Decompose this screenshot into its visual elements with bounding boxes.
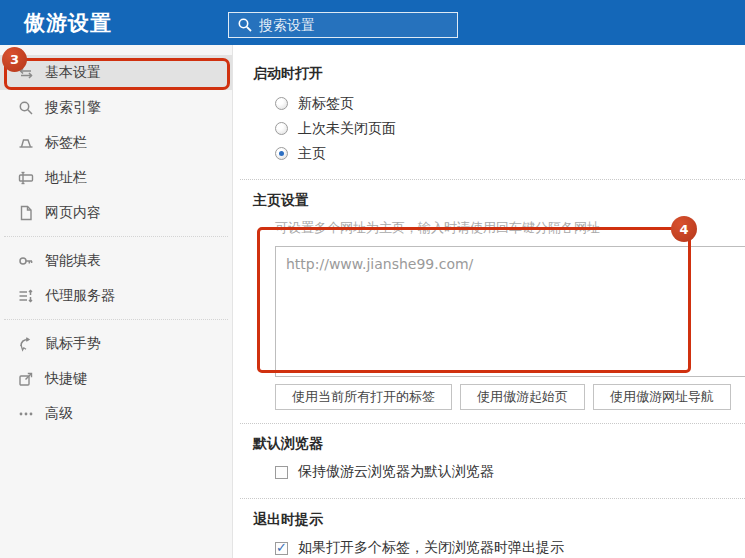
radio-label: 新标签页 [298,95,354,113]
header: 傲游设置 [0,0,745,45]
radio-option-new-tab[interactable]: 新标签页 [275,91,745,116]
homepage-buttons: 使用当前所有打开的标签 使用傲游起始页 使用傲游网址导航 [275,384,745,410]
exit-prompt-heading: 退出时提示 [253,511,745,529]
sidebar-item-label: 地址栏 [45,169,87,187]
checkbox-label: 保持傲游云浏览器为默认浏览器 [298,463,494,481]
use-maxthon-navigation-button[interactable]: 使用傲游网址导航 [593,384,731,410]
hotkey-icon [18,371,34,387]
sidebar-item-address-bar[interactable]: 地址栏 [0,160,232,195]
sidebar-item-label: 代理服务器 [45,287,115,305]
settings-search-input[interactable] [259,17,449,33]
ellipsis-icon [18,406,34,422]
sidebar-divider [4,236,228,237]
homepage-section-heading: 主页设置 [253,192,745,210]
startup-section-heading: 启动时打开 [253,65,745,83]
key-icon [18,253,34,269]
tune-arrows-icon [18,65,34,81]
sidebar-divider [4,319,228,320]
mouse-gesture-icon [18,336,34,352]
radio-icon[interactable] [275,97,288,110]
homepage-hint: 可设置多个网址为主页，输入时请使用回车键分隔各网址 [275,219,745,237]
radio-option-homepage[interactable]: 主页 [275,141,745,166]
sidebar-item-label: 网页内容 [45,204,101,222]
exit-prompt-checkbox-row[interactable]: 如果打开多个标签，关闭浏览器时弹出提示 [275,538,745,558]
startup-options: 新标签页 上次未关闭页面 主页 [234,91,745,166]
sidebar-item-label: 快捷键 [45,370,87,388]
sidebar-item-web-content[interactable]: 网页内容 [0,195,232,230]
sidebar-item-label: 基本设置 [45,64,101,82]
section-divider [240,423,745,424]
sidebar-item-shortcuts[interactable]: 快捷键 [0,361,232,396]
sidebar-item-proxy-server[interactable]: 代理服务器 [0,278,232,313]
proxy-list-icon [18,288,34,304]
main-content: 启动时打开 新标签页 上次未关闭页面 主页 主页设置 可设置多个网址为主页，输入… [234,45,745,558]
default-browser-heading: 默认浏览器 [253,435,745,453]
radio-option-last-session[interactable]: 上次未关闭页面 [275,116,745,141]
section-divider [240,498,745,499]
sidebar-item-label: 标签栏 [45,134,87,152]
maxthon-settings-window: 傲游设置 基本设置 搜索引擎 标签栏 [0,0,745,558]
page-icon [18,205,34,221]
sidebar-item-advanced[interactable]: 高级 [0,396,232,431]
sidebar-item-label: 搜索引擎 [45,99,101,117]
sidebar-item-autofill[interactable]: 智能填表 [0,243,232,278]
radio-label: 主页 [298,145,326,163]
checkbox-label: 如果打开多个标签，关闭浏览器时弹出提示 [298,539,564,557]
sidebar-item-search-engine[interactable]: 搜索引擎 [0,90,232,125]
sidebar-item-basic-settings[interactable]: 基本设置 [0,55,232,90]
page-title: 傲游设置 [24,9,112,37]
radio-icon[interactable] [275,122,288,135]
use-current-tabs-button[interactable]: 使用当前所有打开的标签 [275,384,452,410]
sidebar-item-label: 鼠标手势 [45,335,101,353]
search-icon [237,17,253,33]
use-maxthon-start-page-button[interactable]: 使用傲游起始页 [460,384,585,410]
homepage-url-textarea[interactable]: http://www.jianshe99.com/ [275,246,745,377]
sidebar-item-label: 高级 [45,405,73,423]
address-bar-icon [18,170,34,186]
sidebar-item-label: 智能填表 [45,252,101,270]
section-divider [240,179,745,180]
default-browser-checkbox-row[interactable]: 保持傲游云浏览器为默认浏览器 [275,462,745,482]
radio-label: 上次未关闭页面 [298,120,396,138]
checkbox-unchecked-icon[interactable] [275,466,288,479]
checkbox-checked-icon[interactable] [275,542,288,555]
search-engine-icon [18,100,34,116]
sidebar-item-mouse-gestures[interactable]: 鼠标手势 [0,326,232,361]
sidebar: 基本设置 搜索引擎 标签栏 地址栏 网页内容 [0,45,233,558]
settings-search[interactable] [228,12,458,38]
tab-icon [18,135,34,151]
radio-icon-selected[interactable] [275,147,288,160]
sidebar-item-tab-bar[interactable]: 标签栏 [0,125,232,160]
